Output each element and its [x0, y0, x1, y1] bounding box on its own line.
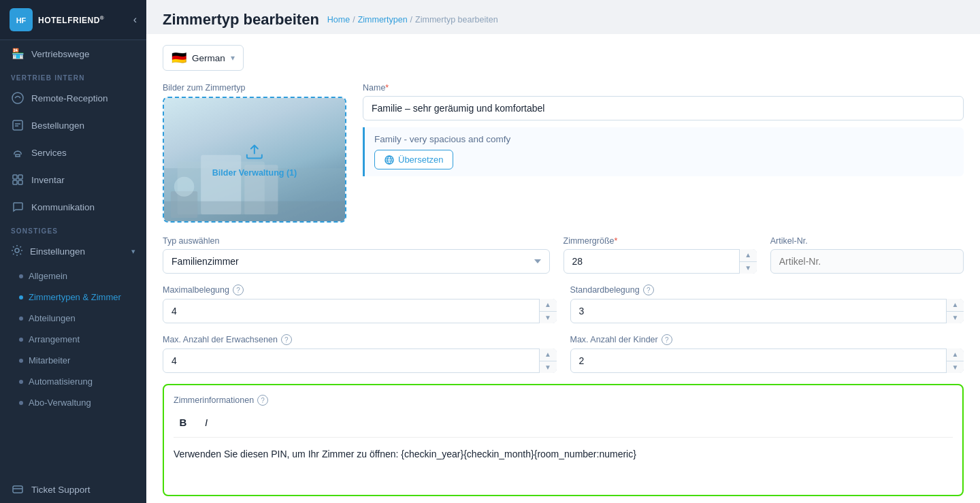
sidebar-item-kommunikation[interactable]: Kommunikation — [0, 193, 146, 221]
svg-rect-6 — [13, 180, 17, 184]
sidebar-subitem-mitarbeiter[interactable]: Mitarbeiter — [0, 350, 146, 371]
zimmergroesse-down[interactable]: ▼ — [740, 262, 757, 274]
content-area: 🇩🇪 German ▾ Bilder zum Zimmertyp — [146, 34, 980, 503]
sidebar-item-label: Services — [31, 148, 67, 158]
image-box[interactable]: Bilder Verwaltung (1) — [163, 97, 346, 223]
language-dropdown[interactable]: 🇩🇪 German ▾ — [163, 45, 244, 71]
sidebar-item-remote-reception[interactable]: Remote-Reception — [0, 84, 146, 112]
sidebar-subitem-label: Zimmertypen & Zimmer — [29, 292, 121, 302]
artikel-nr-field-group: Artikel-Nr. — [770, 236, 964, 274]
logo-text: HOTELFRIEND® — [38, 15, 104, 25]
sidebar-subitem-arrangement[interactable]: Arrangement — [0, 329, 146, 350]
svg-rect-5 — [18, 175, 22, 179]
language-label: German — [192, 53, 225, 63]
sidebar-subitem-abo-verwaltung[interactable]: Abo-Verwaltung — [0, 392, 146, 413]
standardbelegung-label: Standardbelegung ? — [570, 285, 964, 295]
typ-select[interactable]: Familienzimmer — [163, 249, 550, 274]
sidebar-item-label: Kommunikation — [31, 202, 95, 212]
maximalbelegung-input[interactable] — [163, 299, 557, 323]
max-kinder-label: Max. Anzahl der Kinder ? — [570, 334, 964, 345]
translate-button-label: Übersetzen — [398, 155, 443, 165]
max-erwachsene-help-icon[interactable]: ? — [281, 334, 292, 345]
sidebar-item-einstellungen[interactable]: Einstellungen ▾ — [0, 238, 146, 265]
zimmerinformationen-help-icon[interactable]: ? — [257, 395, 268, 406]
max-kinder-input-wrapper: ▲ ▼ — [570, 348, 964, 373]
dot-icon — [19, 338, 23, 342]
maximalbelegung-down[interactable]: ▼ — [540, 312, 557, 324]
inventar-icon — [11, 173, 24, 186]
sidebar-logo: HF HOTELFRIEND® ‹ — [0, 0, 146, 40]
bestellungen-icon — [11, 118, 24, 132]
language-flag: 🇩🇪 — [172, 50, 186, 65]
zimmergroesse-input[interactable] — [564, 249, 757, 274]
max-erwachsene-input[interactable] — [163, 348, 557, 373]
sidebar-item-label: Inventar — [31, 175, 65, 185]
standardbelegung-help-icon[interactable]: ? — [643, 285, 654, 295]
sidebar-subitem-label: Arrangement — [29, 334, 80, 344]
sidebar-collapse-button[interactable]: ‹ — [133, 14, 137, 26]
sidebar-subitem-label: Allgemein — [29, 271, 67, 281]
max-kinder-input[interactable] — [570, 348, 964, 373]
zimmergroesse-spinners: ▲ ▼ — [739, 249, 757, 274]
max-kinder-field-group: Max. Anzahl der Kinder ? ▲ ▼ — [570, 334, 964, 373]
standardbelegung-spinners: ▲ ▼ — [946, 299, 964, 323]
italic-button[interactable]: I — [197, 412, 216, 432]
max-erwachsene-down[interactable]: ▼ — [540, 361, 557, 374]
zimmergroesse-input-wrapper: ▲ ▼ — [564, 249, 757, 274]
sidebar-subitem-abteilungen[interactable]: Abteilungen — [0, 308, 146, 329]
svg-rect-7 — [18, 180, 22, 184]
zimmergroesse-up[interactable]: ▲ — [740, 249, 757, 262]
maximalbelegung-help-icon[interactable]: ? — [233, 285, 244, 295]
sidebar-item-label: Bestellungen — [31, 120, 84, 131]
upload-icon — [212, 142, 297, 165]
main-content: Zimmertyp bearbeiten Home / Zimmertypen … — [146, 0, 980, 503]
services-icon — [11, 146, 24, 159]
sidebar-item-ticket-support[interactable]: Ticket Support — [0, 476, 146, 503]
svg-rect-4 — [13, 175, 17, 179]
bold-button[interactable]: B — [174, 412, 193, 432]
editor-content[interactable]: Verwenden Sie diesen PIN, um Ihr Zimmer … — [174, 444, 953, 485]
sidebar-subitem-allgemein[interactable]: Allgemein — [0, 265, 146, 287]
sidebar-item-label: Remote-Reception — [31, 93, 108, 103]
max-erwachsene-input-wrapper: ▲ ▼ — [163, 348, 557, 373]
svg-point-8 — [15, 248, 19, 253]
svg-rect-9 — [13, 486, 22, 493]
maximalbelegung-up[interactable]: ▲ — [540, 299, 557, 312]
sidebar-item-services[interactable]: Services — [0, 139, 146, 166]
standardbelegung-input[interactable] — [570, 299, 964, 323]
breadcrumb: Home / Zimmertypen / Zimmertyp bearbeite… — [327, 15, 498, 25]
sidebar-item-inventar[interactable]: Inventar — [0, 166, 146, 193]
translate-button[interactable]: Übersetzen — [374, 150, 453, 169]
maximalbelegung-input-wrapper: ▲ ▼ — [163, 299, 557, 323]
artikel-nr-input[interactable] — [770, 249, 964, 274]
breadcrumb-home[interactable]: Home — [327, 15, 350, 25]
name-input[interactable] — [363, 96, 964, 120]
upload-overlay[interactable]: Bilder Verwaltung (1) — [212, 142, 297, 177]
image-label: Bilder zum Zimmertyp — [163, 83, 346, 93]
fields-row-type: Typ auswählen Familienzimmer Zimmergröße… — [163, 236, 964, 274]
vertriebswege-icon: 🏪 — [11, 47, 24, 61]
max-kinder-up[interactable]: ▲ — [947, 348, 964, 361]
page-header: Zimmertyp bearbeiten Home / Zimmertypen … — [146, 0, 980, 34]
max-kinder-help-icon[interactable]: ? — [662, 334, 672, 345]
sidebar-subitem-label: Automatisierung — [29, 376, 93, 387]
svg-point-17 — [385, 156, 393, 164]
max-kinder-spinners: ▲ ▼ — [946, 348, 964, 373]
zimmerinformationen-label: Zimmerinformationen ? — [174, 395, 953, 406]
standardbelegung-down[interactable]: ▼ — [947, 312, 964, 324]
breadcrumb-current: Zimmertyp bearbeiten — [415, 15, 498, 25]
required-mark: * — [385, 83, 389, 93]
sidebar-subitem-zimmertypen[interactable]: Zimmertypen & Zimmer — [0, 287, 146, 308]
breadcrumb-zimmertypen[interactable]: Zimmertypen — [358, 15, 408, 25]
sidebar-section-sonstiges: SONSTIGES — [0, 221, 146, 238]
translation-text: Family - very spacious and comfy — [374, 134, 954, 144]
sidebar-item-vertriebswege[interactable]: 🏪 Vertriebswege — [0, 40, 146, 67]
sidebar-item-bestellungen[interactable]: Bestellungen — [0, 112, 146, 139]
max-erwachsene-up[interactable]: ▲ — [540, 348, 557, 361]
sidebar-subitem-automatisierung[interactable]: Automatisierung — [0, 371, 146, 392]
max-kinder-down[interactable]: ▼ — [947, 361, 964, 374]
standardbelegung-up[interactable]: ▲ — [947, 299, 964, 312]
max-erwachsene-spinners: ▲ ▼ — [539, 348, 557, 373]
svg-text:HF: HF — [16, 16, 27, 25]
sidebar-item-label: Ticket Support — [31, 485, 91, 495]
